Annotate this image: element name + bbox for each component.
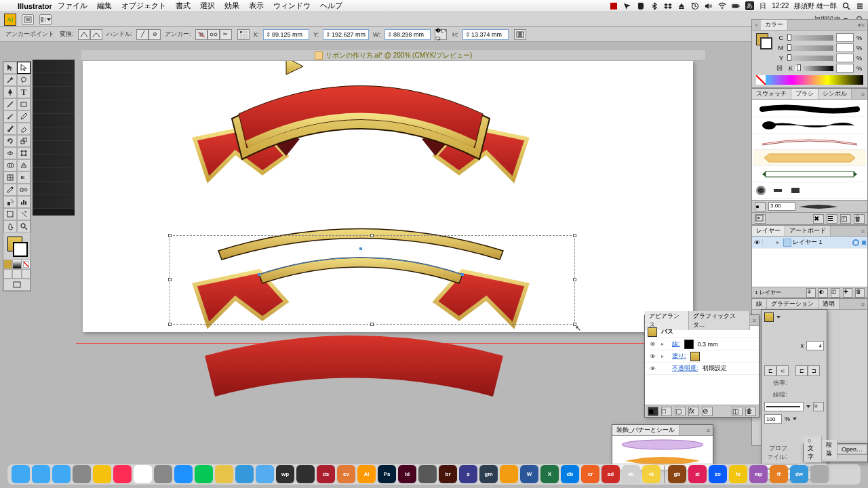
paintbrush-tool[interactable] xyxy=(3,110,17,123)
rotate-tool[interactable] xyxy=(3,135,17,147)
opentype-tab[interactable]: Open… xyxy=(837,445,867,453)
graphic-styles-tab[interactable]: グラフィックスタ… xyxy=(689,311,750,330)
panel-collapse-icon[interactable]: « xyxy=(752,22,761,28)
perspective-tool[interactable] xyxy=(17,159,31,171)
line-tool[interactable] xyxy=(3,98,17,110)
stroke-tab[interactable]: 線 xyxy=(752,299,767,309)
symbol-item[interactable] xyxy=(614,437,711,452)
color-spectrum[interactable] xyxy=(756,75,863,85)
shape-builder-tool[interactable] xyxy=(3,159,17,171)
brush-item[interactable] xyxy=(753,134,866,150)
tray-time[interactable]: 12:22 xyxy=(772,2,789,9)
dock-app-Ps[interactable]: Ps xyxy=(378,465,396,483)
brush-item[interactable] xyxy=(753,117,866,134)
layer-row[interactable]: 👁 ▸ レイヤー 1 xyxy=(752,237,867,249)
rectangle-tool[interactable] xyxy=(17,98,31,110)
magic-wand-tool[interactable] xyxy=(3,74,17,86)
new-art-icon[interactable]: ◼ xyxy=(648,407,658,416)
convert-smooth-button[interactable] xyxy=(90,29,102,40)
new-layer-icon[interactable]: ✚ xyxy=(843,288,852,298)
eye-icon[interactable]: 👁 xyxy=(648,341,657,348)
target-icon[interactable] xyxy=(852,239,859,246)
blob-brush-tool[interactable] xyxy=(3,123,17,135)
h-field[interactable]: ⇕ xyxy=(462,29,509,40)
dock-app-settings[interactable] xyxy=(154,465,172,483)
dock-app-dw[interactable]: dw xyxy=(790,465,808,483)
para-tab[interactable]: 段落 xyxy=(822,440,837,459)
cap-proj2[interactable]: ⊐ xyxy=(808,365,820,376)
dock-app-books[interactable] xyxy=(418,465,437,483)
dock-app-twitter[interactable] xyxy=(256,465,274,483)
free-transform-tool[interactable] xyxy=(17,147,31,159)
tray-timemachine-icon[interactable] xyxy=(691,2,699,10)
dock-app-nt[interactable]: nt xyxy=(642,465,660,483)
dock-app-db[interactable]: db xyxy=(561,465,579,483)
panel-menu-icon[interactable]: ≡ xyxy=(859,228,867,235)
tray-battery-icon[interactable] xyxy=(732,2,740,10)
dash-preset[interactable] xyxy=(764,402,804,411)
duplicate-icon[interactable]: ◫ xyxy=(732,407,743,416)
delete-icon[interactable]: 🗑 xyxy=(745,407,756,416)
eraser-tool[interactable] xyxy=(17,123,31,135)
fill-swatch-icon[interactable] xyxy=(690,352,700,361)
add-stroke-icon[interactable]: □ xyxy=(661,407,672,416)
menu-view[interactable]: 表示 xyxy=(249,1,264,11)
gradient-tab[interactable]: グラデーション xyxy=(767,299,818,309)
stroke-gradient-swatch[interactable] xyxy=(764,312,774,322)
brush-item[interactable] xyxy=(753,166,866,182)
delete-layer-icon[interactable]: 🗑 xyxy=(855,288,865,298)
hand-tool[interactable] xyxy=(3,220,17,232)
dock-app-sk[interactable]: sk xyxy=(622,465,640,483)
canvas[interactable]: ↖ xyxy=(76,61,711,461)
dock-app-s[interactable]: s xyxy=(459,465,477,483)
c-value[interactable] xyxy=(836,33,854,42)
tray-user[interactable]: 那須野 雄一郎 xyxy=(794,1,837,11)
k-none-icon[interactable]: ☒ xyxy=(776,64,783,72)
brush-item[interactable] xyxy=(753,101,866,117)
tray-rec-icon[interactable] xyxy=(610,2,618,10)
bridge-button[interactable] xyxy=(22,14,34,25)
mesh-tool[interactable] xyxy=(3,171,17,184)
dock-app-line[interactable] xyxy=(195,465,213,483)
dock-app-safari[interactable] xyxy=(32,465,50,483)
menu-type[interactable]: 書式 xyxy=(176,1,191,11)
anchor-remove-button[interactable] xyxy=(195,29,208,40)
arrange-button[interactable] xyxy=(39,14,52,25)
make-clip-icon[interactable]: ◐ xyxy=(818,288,828,298)
c-slider[interactable] xyxy=(786,35,833,41)
panel-menu-icon[interactable]: ≡ xyxy=(859,301,867,308)
slice-tool[interactable] xyxy=(17,208,31,220)
m-slider[interactable] xyxy=(786,45,833,51)
tray-paper-icon[interactable] xyxy=(623,2,631,10)
appearance-opacity-row[interactable]: 👁▸ 不透明度: 初期設定 xyxy=(645,363,759,375)
dock-app-github[interactable] xyxy=(296,465,315,483)
dock-app-gm[interactable]: gm xyxy=(479,465,498,483)
dock-app-X[interactable]: X xyxy=(540,465,559,483)
dock-app-itunes[interactable] xyxy=(113,465,132,483)
y-field[interactable]: ⇕ xyxy=(323,29,369,40)
gradient-tool[interactable] xyxy=(17,171,31,184)
options-icon[interactable]: ☰ xyxy=(827,214,837,224)
new-sublayer-icon[interactable]: ◫ xyxy=(831,288,840,298)
dock-app-mp[interactable]: mp xyxy=(749,465,768,483)
eyedropper-tool[interactable] xyxy=(3,184,17,196)
menu-effect[interactable]: 効果 xyxy=(224,1,239,11)
lasso-tool[interactable] xyxy=(17,74,31,86)
tray-dropbox-icon[interactable] xyxy=(664,2,672,10)
layers-tab[interactable]: レイヤー xyxy=(752,226,785,236)
zoom-tool[interactable] xyxy=(17,220,31,232)
blend-tool[interactable] xyxy=(17,184,31,196)
tray-wifi-icon[interactable] xyxy=(718,2,726,10)
stroke-swatch-icon[interactable] xyxy=(684,340,694,349)
eye-icon[interactable]: 👁 xyxy=(648,365,657,372)
reference-point-button[interactable] xyxy=(237,29,250,40)
m-value[interactable] xyxy=(836,43,854,52)
document-tab[interactable]: リボンの作り方.ai* @ 200% (CMYK/プレビュー) xyxy=(81,50,705,61)
remove-stroke-icon[interactable]: ✖ xyxy=(813,214,824,224)
spotlight-icon[interactable] xyxy=(842,2,850,10)
dash-opt-icon[interactable]: ≡ xyxy=(813,402,824,411)
graph-tool[interactable] xyxy=(17,196,31,208)
eye-icon[interactable]: 👁 xyxy=(648,353,657,360)
dock-app-gb[interactable]: gb xyxy=(668,465,686,483)
dock-app-launchpad[interactable] xyxy=(73,465,91,483)
